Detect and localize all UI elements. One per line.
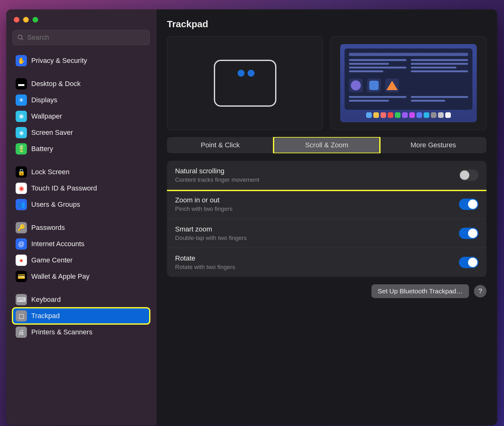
battery-icon: 🔋: [16, 143, 27, 155]
setting-title: Rotate: [175, 254, 235, 262]
toggle-zoom-in-or-out[interactable]: [459, 199, 478, 210]
sidebar-item-battery[interactable]: 🔋Battery: [13, 141, 150, 157]
search-input[interactable]: [27, 33, 145, 42]
setting-row-natural-scrolling: Natural scrollingContent tracks finger m…: [167, 161, 486, 190]
minimize-window-button[interactable]: [23, 17, 29, 23]
setting-row-zoom-in-or-out: Zoom in or outPinch with two fingers: [167, 190, 486, 219]
sidebar-item-keyboard[interactable]: ⌨Keyboard: [13, 292, 150, 308]
sidebar-item-label: Game Center: [31, 256, 73, 264]
setting-subtitle: Content tracks finger movement: [175, 176, 259, 183]
hand-icon: ✋: [16, 55, 27, 66]
trackpad-outline-icon: [214, 60, 276, 107]
sidebar-item-wallpaper[interactable]: ❀Wallpaper: [13, 108, 150, 124]
setting-title: Zoom in or out: [175, 196, 233, 204]
window-controls: [13, 17, 150, 23]
sidebar-item-label: Privacy & Security: [31, 57, 87, 65]
setting-subtitle: Double-tap with two fingers: [175, 235, 247, 241]
svg-line-1: [22, 38, 23, 40]
sidebar-item-label: Internet Accounts: [31, 240, 84, 248]
touchid-icon: ◉: [16, 183, 27, 194]
setting-title: Natural scrolling: [175, 167, 259, 175]
zoom-window-button[interactable]: [33, 17, 38, 23]
tab-point-click[interactable]: Point & Click: [167, 137, 274, 153]
sidebar-item-label: Lock Screen: [31, 168, 69, 176]
trackpad-icon: ▢: [16, 310, 27, 322]
gamecenter-icon: ●: [16, 255, 27, 266]
sidebar-item-label: Desktop & Dock: [31, 80, 81, 88]
settings-card: Natural scrollingContent tracks finger m…: [167, 161, 486, 277]
displays-icon: ☀: [16, 94, 27, 106]
setting-subtitle: Rotate with two fingers: [175, 264, 235, 271]
sidebar-item-game-center[interactable]: ●Game Center: [13, 252, 150, 268]
lock-icon: 🔒: [16, 166, 27, 178]
sidebar-item-passwords[interactable]: 🔑Passwords: [13, 220, 150, 236]
setting-row-rotate: RotateRotate with two fingers: [167, 248, 486, 277]
keyboard-icon: ⌨: [16, 294, 27, 305]
close-window-button[interactable]: [14, 17, 19, 23]
desktop-preview: [330, 36, 486, 130]
pane-title: Trackpad: [167, 19, 486, 29]
setting-row-smart-zoom: Smart zoomDouble-tap with two fingers: [167, 219, 486, 248]
setting-title: Smart zoom: [175, 225, 247, 233]
sidebar-item-displays[interactable]: ☀Displays: [13, 92, 150, 108]
footer-row: Set Up Bluetooth Trackpad… ?: [167, 284, 486, 298]
users-icon: 👥: [16, 199, 27, 210]
sidebar-item-label: Wallpaper: [31, 112, 62, 120]
gesture-preview: [167, 36, 323, 130]
wallet-icon: 💳: [16, 271, 27, 282]
at-icon: @: [16, 238, 27, 250]
screen-saver-icon: ◈: [16, 127, 27, 138]
system-settings-window: ✋Privacy & Security▬Desktop & Dock☀Displ…: [6, 9, 497, 425]
sidebar: ✋Privacy & Security▬Desktop & Dock☀Displ…: [6, 9, 156, 425]
sidebar-item-label: Screen Saver: [31, 129, 73, 137]
tab-scroll-zoom[interactable]: Scroll & Zoom: [274, 137, 380, 153]
svg-point-0: [18, 35, 22, 39]
sidebar-item-label: Passwords: [31, 224, 65, 232]
printer-icon: 🖨: [16, 327, 27, 338]
toggle-natural-scrolling[interactable]: [459, 170, 478, 181]
wallpaper-icon: ❀: [16, 111, 27, 122]
sidebar-item-touch-id-password[interactable]: ◉Touch ID & Password: [13, 180, 150, 196]
search-icon: [17, 34, 24, 41]
sidebar-item-label: Users & Groups: [31, 200, 80, 209]
sidebar-item-wallet-apple-pay[interactable]: 💳Wallet & Apple Pay: [13, 268, 150, 285]
sidebar-item-label: Battery: [31, 145, 53, 153]
sidebar-item-label: Keyboard: [31, 296, 61, 304]
toggle-smart-zoom[interactable]: [459, 228, 478, 239]
sidebar-item-privacy-security[interactable]: ✋Privacy & Security: [13, 53, 150, 69]
sidebar-item-lock-screen[interactable]: 🔒Lock Screen: [13, 164, 150, 180]
sidebar-item-trackpad[interactable]: ▢Trackpad: [13, 308, 150, 324]
main-pane: Trackpad: [156, 9, 497, 425]
sidebar-item-users-groups[interactable]: 👥Users & Groups: [13, 196, 150, 213]
sidebar-item-screen-saver[interactable]: ◈Screen Saver: [13, 124, 150, 141]
sidebar-item-printers-scanners[interactable]: 🖨Printers & Scanners: [13, 324, 150, 340]
sidebar-item-label: Trackpad: [31, 312, 60, 320]
sidebar-item-internet-accounts[interactable]: @Internet Accounts: [13, 236, 150, 252]
setting-subtitle: Pinch with two fingers: [175, 205, 233, 212]
sidebar-item-desktop-dock[interactable]: ▬Desktop & Dock: [13, 76, 150, 92]
preview-row: [167, 36, 486, 130]
dock-icon: ▬: [16, 78, 27, 89]
sidebar-item-label: Printers & Scanners: [31, 328, 93, 336]
tab-more-gestures[interactable]: More Gestures: [380, 137, 486, 153]
setup-bluetooth-trackpad-button[interactable]: Set Up Bluetooth Trackpad…: [371, 284, 469, 298]
key-icon: 🔑: [16, 222, 27, 233]
sidebar-item-label: Displays: [31, 96, 57, 104]
help-button[interactable]: ?: [474, 285, 486, 297]
search-box[interactable]: [13, 30, 150, 45]
toggle-rotate[interactable]: [459, 257, 478, 268]
tab-bar: Point & ClickScroll & ZoomMore Gestures: [167, 137, 486, 153]
sidebar-item-label: Wallet & Apple Pay: [31, 272, 89, 281]
sidebar-item-label: Touch ID & Password: [31, 184, 97, 192]
